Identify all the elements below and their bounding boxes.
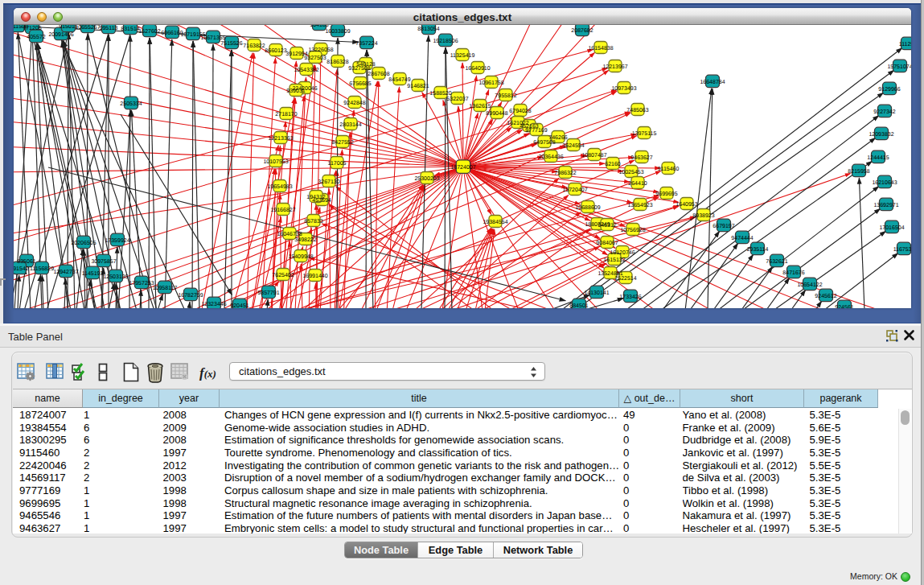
svg-text:2505334: 2505334 — [120, 101, 142, 107]
svg-text:10543382: 10543382 — [294, 68, 318, 73]
svg-text:7357224: 7357224 — [355, 41, 377, 47]
svg-text:12323446: 12323446 — [201, 302, 226, 307]
svg-text:9327503: 9327503 — [304, 56, 326, 61]
svg-text:7955812: 7955812 — [495, 93, 516, 99]
svg-text:7515526: 7515526 — [220, 41, 242, 47]
svg-text:30975857: 30975857 — [91, 259, 116, 265]
svg-text:19218506: 19218506 — [433, 39, 458, 44]
svg-text:5322037: 5322037 — [446, 97, 468, 102]
svg-text:16120746: 16120746 — [610, 250, 634, 256]
svg-text:17016504: 17016504 — [879, 225, 904, 231]
svg-text:9245612: 9245612 — [815, 294, 836, 299]
svg-text:12213967: 12213967 — [602, 64, 627, 70]
svg-text:9146821: 9146821 — [407, 84, 429, 89]
svg-text:9115460: 9115460 — [658, 167, 680, 172]
svg-text:2087682: 2087682 — [571, 28, 593, 34]
svg-text:7632621: 7632621 — [766, 259, 787, 265]
svg-text:2522514: 2522514 — [614, 276, 636, 282]
svg-text:6497568: 6497568 — [533, 140, 555, 146]
svg-text:17359924: 17359924 — [105, 238, 129, 244]
svg-text:7485063: 7485063 — [626, 108, 648, 113]
svg-text:15751074: 15751074 — [887, 64, 911, 70]
svg-text:8215958: 8215958 — [848, 169, 869, 175]
svg-text:15720407: 15720407 — [562, 187, 587, 193]
svg-text:13975115: 13975115 — [632, 131, 657, 137]
svg-text:1733426: 1733426 — [619, 295, 641, 300]
svg-text:8813054: 8813054 — [417, 27, 439, 32]
svg-text:19166827: 19166827 — [270, 208, 295, 213]
svg-text:771205: 771205 — [23, 26, 41, 31]
svg-text:9227342: 9227342 — [873, 109, 895, 115]
svg-text:7625402: 7625402 — [272, 273, 294, 278]
svg-text:16154838: 16154838 — [588, 46, 613, 51]
svg-text:924561: 924561 — [835, 305, 853, 308]
svg-text:9327508: 9327508 — [348, 66, 370, 72]
svg-text:1640953: 1640953 — [676, 202, 697, 208]
svg-text:2803144: 2803144 — [339, 122, 361, 128]
svg-text:11325419: 11325419 — [450, 53, 475, 59]
svg-text:19654983: 19654983 — [267, 184, 292, 190]
svg-text:2718170: 2718170 — [275, 112, 297, 117]
svg-text:8938923: 8938923 — [692, 213, 714, 219]
svg-text:831514: 831514 — [121, 27, 139, 32]
svg-text:8427552: 8427552 — [331, 140, 353, 146]
svg-text:10961758: 10961758 — [478, 80, 503, 86]
svg-text:857833: 857833 — [304, 219, 322, 225]
svg-text:6679197: 6679197 — [713, 224, 734, 229]
svg-text:9242848: 9242848 — [343, 101, 365, 106]
svg-text:405572: 405572 — [27, 35, 45, 40]
svg-text:3498222: 3498222 — [294, 237, 316, 243]
svg-text:10107553: 10107553 — [263, 159, 288, 165]
svg-text:7986322: 7986322 — [554, 171, 576, 176]
svg-text:884501: 884501 — [569, 303, 588, 308]
svg-text:17957253: 17957253 — [129, 281, 154, 286]
svg-text:3267130: 3267130 — [318, 179, 339, 185]
svg-text:10807487: 10807487 — [581, 153, 606, 159]
svg-text:946312: 946312 — [598, 223, 616, 229]
svg-text:9463627: 9463627 — [630, 155, 652, 161]
svg-text:1145193: 1145193 — [82, 271, 104, 277]
svg-text:1615132: 1615132 — [603, 257, 625, 263]
svg-text:8471676: 8471676 — [782, 270, 804, 276]
svg-text:1362615: 1362615 — [469, 104, 491, 109]
svg-text:939031: 939031 — [286, 89, 305, 94]
svg-text:391542: 391542 — [14, 266, 29, 272]
svg-text:10958117: 10958117 — [153, 286, 178, 291]
svg-text:1244415: 1244415 — [867, 155, 889, 161]
svg-text:16782759: 16782759 — [178, 293, 203, 299]
svg-text:9129966: 9129966 — [878, 87, 900, 93]
svg-text:12942737: 12942737 — [53, 270, 78, 275]
svg-text:20206505: 20206505 — [71, 241, 96, 246]
svg-text:9857791: 9857791 — [257, 290, 279, 296]
svg-text:13654923: 13654923 — [627, 203, 652, 208]
svg-text:995113: 995113 — [100, 26, 118, 31]
svg-text:8186328: 8186328 — [326, 60, 348, 65]
svg-text:10756928: 10756928 — [620, 228, 645, 233]
svg-text:9474444: 9474444 — [731, 236, 753, 241]
svg-text:16991440: 16991440 — [302, 274, 327, 279]
svg-text:12093832: 12093832 — [869, 132, 893, 138]
svg-text:16210643: 16210643 — [872, 180, 897, 186]
svg-text:6794028: 6794028 — [509, 109, 531, 114]
svg-text:111250: 111250 — [899, 42, 911, 47]
svg-text:13226058: 13226058 — [308, 47, 333, 53]
svg-text:15409948: 15409948 — [288, 254, 313, 260]
svg-text:16648784: 16648784 — [700, 80, 725, 85]
svg-text:10973493: 10973493 — [611, 86, 636, 92]
svg-text:16046738: 16046738 — [277, 232, 302, 237]
svg-text:194312: 194312 — [306, 195, 325, 200]
svg-text:9084067: 9084067 — [596, 241, 618, 246]
svg-text:920451: 920451 — [230, 303, 248, 308]
svg-text:14130141: 14130141 — [584, 290, 609, 296]
svg-text:19384554: 19384554 — [483, 220, 507, 225]
svg-text:7163822: 7163822 — [243, 43, 265, 49]
svg-text:18724007: 18724007 — [450, 165, 475, 171]
svg-text:1588520: 1588520 — [429, 91, 451, 97]
svg-text:9777169: 9777169 — [525, 128, 547, 134]
svg-text:20091406: 20091406 — [48, 32, 73, 38]
svg-text:13692971: 13692971 — [873, 203, 898, 208]
svg-text:16671355: 16671355 — [200, 35, 225, 41]
svg-text:16640910: 16640910 — [465, 66, 490, 72]
svg-text:12503135: 12503135 — [103, 274, 128, 280]
svg-text:16033809: 16033809 — [325, 29, 350, 35]
